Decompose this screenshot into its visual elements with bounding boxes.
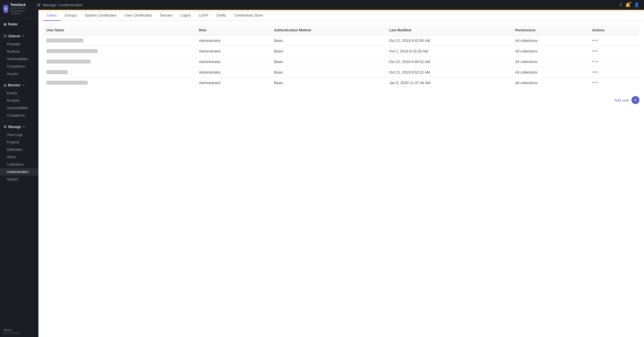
sidebar-footer: About v2.4.123456 xyxy=(0,326,38,337)
sidebar-item-runtime-defend[interactable]: Runtime xyxy=(0,48,38,55)
manage-label: Manage xyxy=(8,125,21,129)
sidebar-item-firewalls[interactable]: Firewalls xyxy=(0,40,38,48)
cell-auth-method: Basic xyxy=(271,56,386,67)
cell-permissions: All collections xyxy=(512,78,589,88)
sidebar-item-compliance-defend[interactable]: Compliance xyxy=(0,63,38,70)
monitor-chevron: ▼ xyxy=(22,84,25,87)
cell-auth-method: Basic xyxy=(271,67,386,78)
tab-user-certificates[interactable]: User Certificates xyxy=(121,10,156,21)
col-permissions: Permissions xyxy=(512,25,589,35)
user-icon[interactable]: 👤 xyxy=(634,2,639,7)
cell-auth-method: Basic xyxy=(271,46,386,56)
help-icon[interactable]: ? xyxy=(620,3,622,7)
tab-saml[interactable]: SAML xyxy=(212,10,230,21)
breadcrumb-parent: Manage xyxy=(43,3,56,7)
add-user-label: Add user xyxy=(614,98,629,102)
cell-permissions: All collections xyxy=(512,46,589,56)
table-container: User Name Role Authentication Method Las… xyxy=(38,21,644,93)
tab-logon[interactable]: Logon xyxy=(177,10,195,21)
radar-section: ◉ Radar xyxy=(0,18,38,30)
cell-role: Administrator xyxy=(196,67,271,78)
cell-permissions: All collections xyxy=(512,35,589,46)
actions-menu-button[interactable]: ••• xyxy=(592,48,598,53)
users-table: User Name Role Authentication Method Las… xyxy=(43,25,639,88)
sidebar-item-events[interactable]: Events xyxy=(0,90,38,97)
col-username: User Name xyxy=(43,25,196,35)
col-last-modified: Last Modified xyxy=(386,25,512,35)
cell-last-modified: Jan 9, 2020 11:37:46 AM xyxy=(386,78,512,88)
tab-users[interactable]: Users xyxy=(43,10,61,21)
tab-groups[interactable]: Groups xyxy=(61,10,81,21)
sidebar-item-defenders[interactable]: Defenders xyxy=(0,146,38,153)
cell-permissions: All collections xyxy=(512,67,589,78)
sidebar-item-alerts[interactable]: Alerts xyxy=(0,153,38,161)
sidebar-item-collections[interactable]: Collections xyxy=(0,161,38,168)
sidebar-item-access[interactable]: Access xyxy=(0,70,38,78)
add-user-button[interactable]: + xyxy=(631,96,639,104)
breadcrumb: Manage / Authentication xyxy=(43,3,83,7)
sidebar-item-runtime-monitor[interactable]: Runtime xyxy=(0,97,38,104)
cell-role: Administrator xyxy=(196,78,271,88)
radar-label: Radar xyxy=(8,22,18,26)
table-row: ████████████████████AdministratorBasicOc… xyxy=(43,46,639,56)
cell-last-modified: Oct 21, 2019 9:49:52 AM xyxy=(386,56,512,67)
sidebar-item-authentication[interactable]: Authentication xyxy=(0,168,38,176)
sidebar-item-vulnerabilities-defend[interactable]: Vulnerabilities xyxy=(0,55,38,63)
cell-username: ████████████████████ xyxy=(43,46,196,56)
tab-credentials-store[interactable]: Credentials Store xyxy=(230,10,267,21)
manage-chevron: ▼ xyxy=(23,125,25,128)
sidebar-item-vulnerabilities-monitor[interactable]: Vulnerabilities xyxy=(0,104,38,112)
actions-menu-button[interactable]: ••• xyxy=(592,59,598,64)
monitor-icon: ◎ xyxy=(3,83,6,87)
cell-actions: ••• xyxy=(588,67,639,78)
sidebar-item-compliance-monitor[interactable]: Compliance xyxy=(0,112,38,119)
actions-menu-button[interactable]: ••• xyxy=(592,80,598,85)
cell-role: Administrator xyxy=(196,35,271,46)
sidebar-toggle[interactable]: ◀ xyxy=(36,3,40,7)
brand-name: Twistlock xyxy=(11,3,35,7)
defend-label: Defend xyxy=(9,34,20,38)
sidebar-section-radar[interactable]: ◉ Radar xyxy=(0,20,38,29)
actions-menu-button[interactable]: ••• xyxy=(592,70,598,74)
notification-badge xyxy=(629,2,631,4)
cell-last-modified: Oct 1, 2019 8:15:25 AM xyxy=(386,46,512,56)
monitor-label: Monitor xyxy=(8,83,20,87)
defend-section: 🛡 Defend ▼ Firewalls Runtime Vulnerabili… xyxy=(0,30,38,79)
sidebar-section-manage[interactable]: ⚙ Manage ▼ xyxy=(0,123,38,131)
defend-chevron: ▼ xyxy=(22,35,24,38)
radar-icon: ◉ xyxy=(3,22,6,26)
tab-secrets[interactable]: Secrets xyxy=(156,10,177,21)
tab-system-certificates[interactable]: System Certificates xyxy=(81,10,121,21)
brand-sub: A PALO ALTO NETWORKS® COMPANY xyxy=(11,7,35,15)
sidebar-item-projects[interactable]: Projects xyxy=(0,139,38,146)
sidebar-section-monitor[interactable]: ◎ Monitor ▼ xyxy=(0,81,38,90)
cell-permissions: All collections xyxy=(512,56,589,67)
logo[interactable]: TL Twistlock A PALO ALTO NETWORKS® COMPA… xyxy=(0,0,38,18)
logo-icon: TL xyxy=(3,5,8,13)
cell-auth-method: Basic xyxy=(271,35,386,46)
defend-icon: 🛡 xyxy=(3,34,7,38)
page-content: Users Groups System Certificates User Ce… xyxy=(38,10,644,337)
sidebar-section-defend[interactable]: 🛡 Defend ▼ xyxy=(0,32,38,40)
sidebar-item-view-logs[interactable]: View Logs xyxy=(0,131,38,139)
notifications-icon[interactable]: 🔔 xyxy=(625,2,631,7)
version-label: v2.4.123456 xyxy=(3,332,35,335)
manage-icon: ⚙ xyxy=(3,125,7,129)
breadcrumb-current: Authentication xyxy=(59,3,83,7)
cell-auth-method: Basic xyxy=(271,78,386,88)
cell-role: Administrator xyxy=(196,56,271,67)
cell-actions: ••• xyxy=(588,35,639,46)
actions-menu-button[interactable]: ••• xyxy=(592,38,598,43)
sidebar-item-system[interactable]: System xyxy=(0,176,38,183)
cell-username: ████████████████ xyxy=(43,56,196,67)
add-user-row: Add user + xyxy=(38,93,644,107)
cell-username: ██████ xyxy=(43,67,196,78)
tab-ldap[interactable]: LDAP xyxy=(195,10,212,21)
topbar-actions: ? 🔔 👤 xyxy=(620,2,639,7)
main-content: Manage / Authentication ? 🔔 👤 Users Grou… xyxy=(38,0,644,337)
manage-section: ⚙ Manage ▼ View Logs Projects Defenders … xyxy=(0,121,38,185)
about-link[interactable]: About xyxy=(3,328,35,332)
cell-last-modified: Oct 21, 2019 9:42:50 AM xyxy=(386,35,512,46)
table-row: ████████████████AdministratorBasicJan 9,… xyxy=(43,78,639,88)
table-row: ████████████████AdministratorBasicOct 21… xyxy=(43,56,639,67)
